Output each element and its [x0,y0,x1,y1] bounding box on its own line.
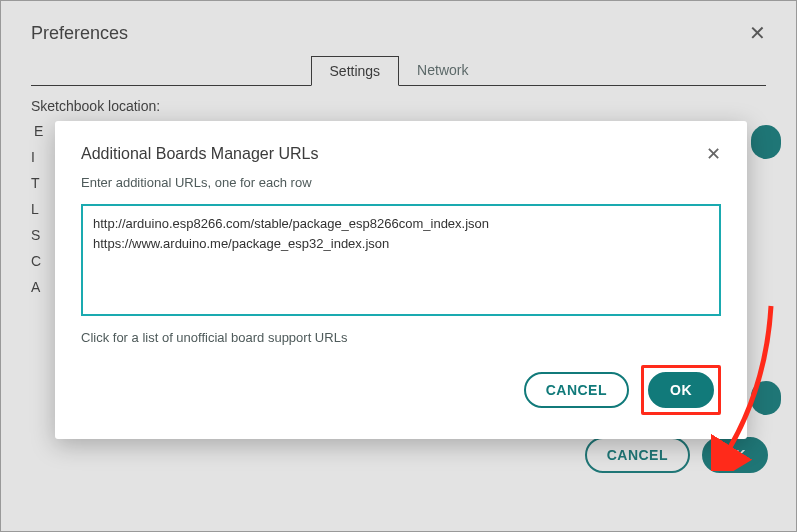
modal-subtitle: Enter additional URLs, one for each row [81,175,721,190]
annotation-highlight-box: OK [641,365,721,415]
modal-ok-button[interactable]: OK [648,372,714,408]
modal-cancel-button[interactable]: CANCEL [524,372,629,408]
modal-close-icon[interactable]: ✕ [706,143,721,165]
additional-boards-urls-dialog: Additional Boards Manager URLs ✕ Enter a… [55,121,747,439]
additional-urls-textarea[interactable] [81,204,721,316]
modal-title: Additional Boards Manager URLs [81,145,318,163]
unofficial-boards-link[interactable]: Click for a list of unofficial board sup… [81,330,721,345]
